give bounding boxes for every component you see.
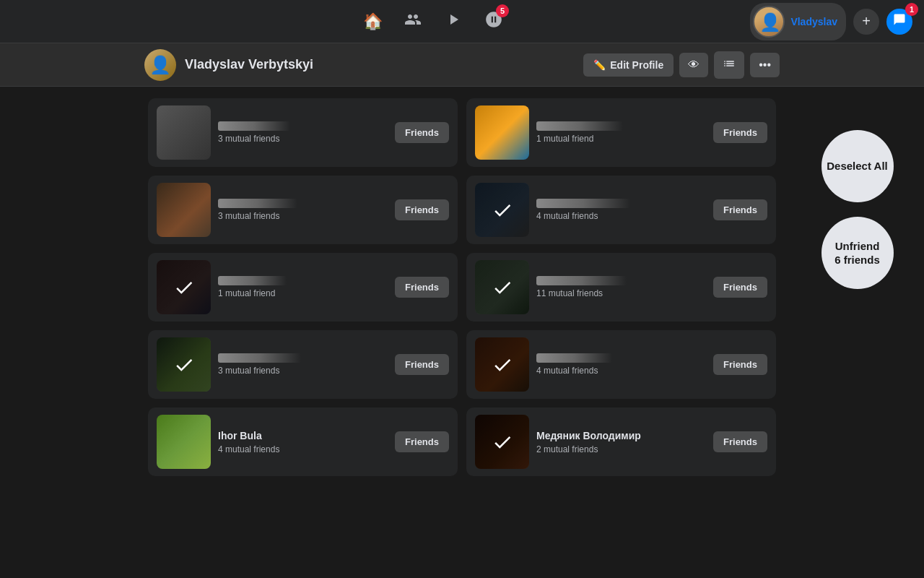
friend-info: 3 mutual friends: [218, 199, 388, 221]
view-as-button[interactable]: 👁: [679, 53, 708, 77]
friend-avatar-wrap: [475, 337, 529, 392]
more-icon: •••: [759, 59, 771, 72]
friends-button[interactable]: Friends: [395, 277, 449, 298]
edit-profile-button[interactable]: ✏️ Edit Profile: [583, 53, 674, 77]
messenger-badge: 1: [905, 3, 918, 16]
friends-button[interactable]: Friends: [395, 354, 449, 375]
friend-name-blurred: [536, 276, 627, 285]
friend-info: 1 mutual friend: [536, 121, 706, 144]
friends-button[interactable]: Friends: [395, 199, 449, 220]
top-navigation: 🏠 5: [0, 0, 924, 43]
friend-info: Медяник Володимир2 mutual friends: [536, 430, 706, 454]
mutual-friends-count: 4 mutual friends: [536, 366, 706, 376]
deselect-all-button[interactable]: Deselect All: [821, 130, 894, 202]
friends-button[interactable]: Friends: [713, 122, 767, 143]
home-icon: 🏠: [363, 12, 383, 31]
deselect-all-label: Deselect All: [827, 159, 888, 173]
mutual-friends-count: 3 mutual friends: [218, 211, 388, 221]
friend-name-blurred: [218, 276, 287, 285]
nav-user-name: Vladyslav: [790, 16, 837, 27]
friends-grid: 3 mutual friendsFriends1 mutual friendFr…: [148, 98, 776, 476]
friend-info: 11 mutual friends: [536, 276, 706, 298]
friend-avatar-wrap: [475, 260, 529, 314]
messenger-button[interactable]: 1: [886, 9, 912, 35]
friend-info: 1 mutual friend: [218, 276, 388, 298]
mutual-friends-count: 2 mutual friends: [536, 444, 706, 454]
more-options-button[interactable]: •••: [750, 53, 780, 77]
friends-icon: [404, 11, 422, 33]
friend-info: 4 mutual friends: [536, 353, 706, 376]
friend-info: 4 mutual friends: [536, 199, 706, 221]
main-content: 3 mutual friendsFriends1 mutual friendFr…: [0, 87, 924, 578]
friend-name-blurred: [218, 121, 290, 131]
friend-avatar-wrap: [475, 105, 529, 160]
unfriend-button[interactable]: Unfriend 6 friends: [821, 217, 894, 289]
friend-card[interactable]: 4 mutual friendsFriends: [466, 330, 776, 399]
profile-info: 👤 Vladyslav Verbytskyi: [144, 49, 313, 81]
friends-button[interactable]: Friends: [713, 431, 767, 452]
home-nav-button[interactable]: 🏠: [355, 7, 390, 36]
user-profile-pill[interactable]: Vladyslav: [750, 3, 846, 40]
friend-card[interactable]: 3 mutual friendsFriends: [148, 176, 458, 244]
friend-name-blurred: [218, 353, 301, 363]
left-sidebar: [0, 87, 134, 578]
friend-card[interactable]: 3 mutual friendsFriends: [148, 98, 458, 167]
friend-avatar: [157, 183, 211, 237]
friend-card[interactable]: 1 mutual friendFriends: [148, 253, 458, 322]
friend-card[interactable]: 11 mutual friendsFriends: [466, 253, 776, 322]
selected-overlay: [157, 260, 211, 314]
friend-avatar-wrap: [157, 337, 211, 392]
friend-info: 3 mutual friends: [218, 121, 388, 144]
selected-overlay: [475, 415, 529, 469]
groups-badge-wrap: 5: [484, 10, 503, 33]
friend-avatar-wrap: [475, 415, 529, 469]
right-panel: Deselect All Unfriend 6 friends: [790, 87, 924, 578]
mutual-friends-count: 3 mutual friends: [218, 134, 388, 144]
friends-button[interactable]: Friends: [713, 199, 767, 220]
friend-avatar-wrap: [157, 105, 211, 160]
friend-card[interactable]: Медяник Володимир2 mutual friendsFriends: [466, 407, 776, 476]
list-view-button[interactable]: [714, 51, 744, 79]
friends-button[interactable]: Friends: [713, 354, 767, 375]
friend-card[interactable]: 1 mutual friendFriends: [466, 98, 776, 167]
groups-badge: 5: [496, 4, 509, 17]
eye-icon: 👁: [688, 59, 699, 72]
mutual-friends-count: 4 mutual friends: [536, 211, 706, 221]
selected-overlay: [475, 260, 529, 314]
friends-button[interactable]: Friends: [713, 277, 767, 298]
unfriend-label-line1: Unfriend: [835, 239, 880, 254]
friend-name: Медяник Володимир: [536, 430, 706, 441]
nav-right: Vladyslav + 1: [710, 3, 912, 40]
friend-name-blurred: [536, 199, 630, 208]
unfriend-label-line2: 6 friends: [834, 253, 880, 267]
friend-name-blurred: [536, 353, 612, 363]
mutual-friends-count: 11 mutual friends: [536, 288, 706, 298]
add-icon: +: [862, 13, 871, 30]
profile-avatar: 👤: [144, 49, 176, 81]
mutual-friends-count: 4 mutual friends: [218, 444, 388, 454]
selected-overlay: [157, 337, 211, 392]
nav-center: 🏠 5: [355, 7, 511, 36]
friend-card[interactable]: 4 mutual friendsFriends: [466, 176, 776, 244]
friends-grid-area: 3 mutual friendsFriends1 mutual friendFr…: [134, 87, 790, 578]
friend-card[interactable]: 3 mutual friendsFriends: [148, 330, 458, 399]
friends-button[interactable]: Friends: [395, 122, 449, 143]
list-icon: [723, 57, 736, 73]
mutual-friends-count: 1 mutual friend: [218, 288, 388, 298]
edit-profile-label: Edit Profile: [610, 59, 663, 71]
friend-card[interactable]: Ihor Bula4 mutual friendsFriends: [148, 407, 458, 476]
add-button[interactable]: +: [853, 9, 879, 35]
selected-overlay: [475, 183, 529, 237]
selected-overlay: [475, 337, 529, 392]
video-nav-button[interactable]: [436, 7, 471, 36]
groups-nav-button[interactable]: 5: [476, 7, 511, 36]
friend-avatar-wrap: [157, 183, 211, 237]
friends-nav-button[interactable]: [396, 7, 430, 36]
edit-icon: ✏️: [593, 59, 606, 71]
friends-button[interactable]: Friends: [395, 431, 449, 452]
friend-info: 3 mutual friends: [218, 353, 388, 376]
friend-avatar-wrap: [157, 415, 211, 469]
friend-avatar-wrap: [475, 183, 529, 237]
mutual-friends-count: 1 mutual friend: [536, 134, 706, 144]
mutual-friends-count: 3 mutual friends: [218, 366, 388, 376]
